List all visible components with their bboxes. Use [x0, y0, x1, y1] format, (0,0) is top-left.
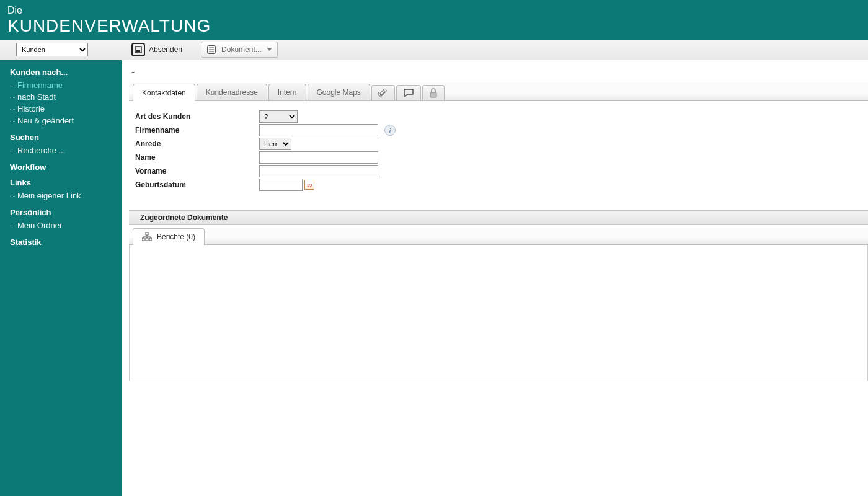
company-input[interactable]: [259, 124, 378, 136]
svg-rect-8: [142, 238, 144, 241]
sidebar-item-mein-ordner[interactable]: Mein Ordner: [10, 219, 115, 231]
send-button-label: Absenden: [149, 45, 182, 54]
label-name: Name: [135, 153, 259, 162]
documents-section-header: Zugeordnete Dokumente: [129, 210, 868, 225]
firstname-input[interactable]: [259, 165, 378, 177]
tab-comments[interactable]: [396, 85, 421, 100]
form-area: Art des Kunden ? Firmenname i Anrede Her…: [129, 101, 868, 210]
info-icon[interactable]: i: [384, 125, 396, 136]
label-firstname: Vorname: [135, 167, 259, 175]
svg-rect-9: [146, 238, 148, 241]
save-icon: [131, 43, 145, 56]
tab-google-maps[interactable]: Google Maps: [308, 84, 370, 100]
breadcrumb: -: [129, 66, 868, 82]
svg-rect-6: [430, 92, 436, 97]
speech-bubble-icon: [403, 88, 414, 98]
sidebar-item-eigener-link[interactable]: Mein eigener Link: [10, 190, 115, 202]
sidebar-group-suchen[interactable]: Suchen: [10, 133, 115, 142]
salutation-select[interactable]: Herr: [259, 138, 291, 150]
sidebar-group-links[interactable]: Links: [10, 178, 115, 187]
sidebar-item-neu-geaendert[interactable]: Neu & geändert: [10, 115, 115, 126]
sidebar-group-workflow[interactable]: Workflow: [10, 162, 115, 172]
calendar-icon[interactable]: 19: [304, 180, 314, 190]
header-subtitle: Die: [7, 5, 861, 16]
label-dob: Geburtsdatum: [135, 180, 259, 189]
tab-intern[interactable]: Intern: [268, 84, 306, 100]
svg-rect-10: [149, 238, 152, 241]
send-button[interactable]: Absenden: [131, 43, 182, 56]
sidebar-item-historie[interactable]: Historie: [10, 103, 115, 115]
tab-kundenadresse[interactable]: Kundenadresse: [197, 84, 267, 100]
svg-rect-1: [136, 50, 140, 52]
sidebar-item-recherche[interactable]: Recherche ...: [10, 144, 115, 156]
sidebar-item-firmenname[interactable]: Firmenname: [10, 79, 115, 91]
customer-type-select[interactable]: ?: [259, 110, 298, 123]
sidebar-group-kunden[interactable]: Kunden nach...: [10, 68, 115, 77]
subtab-berichte[interactable]: Berichte (0): [133, 228, 205, 245]
document-list-icon: [206, 45, 216, 55]
label-company: Firmenname: [135, 126, 259, 135]
tab-security[interactable]: [422, 85, 445, 100]
lock-icon: [429, 88, 438, 98]
sidebar-group-statistik[interactable]: Statistik: [10, 237, 115, 247]
context-select[interactable]: Kunden: [16, 43, 88, 56]
app-header: Die KUNDENVERWALTUNG: [0, 0, 868, 40]
document-dropdown-label: Dokument...: [221, 45, 262, 54]
tab-attachments[interactable]: [371, 85, 395, 100]
sidebar: Kunden nach... Firmenname nach Stadt His…: [0, 60, 122, 496]
label-salutation: Anrede: [135, 140, 259, 148]
paperclip-icon: [378, 88, 388, 98]
tab-kontaktdaten[interactable]: Kontaktdaten: [133, 84, 195, 101]
subtab-berichte-label: Berichte (0): [157, 232, 195, 241]
label-customer-type: Art des Kunden: [135, 112, 259, 121]
subtabs: Berichte (0): [129, 228, 868, 245]
org-chart-icon: [142, 232, 152, 241]
document-dropdown[interactable]: Dokument...: [201, 42, 278, 58]
documents-panel: [129, 245, 868, 381]
name-input[interactable]: [259, 151, 378, 164]
chevron-down-icon: [267, 48, 272, 51]
header-title: KUNDENVERWALTUNG: [7, 16, 861, 36]
main-area: - Kontaktdaten Kundenadresse Intern Goog…: [122, 60, 868, 496]
svg-rect-7: [146, 232, 148, 235]
toolbar: Kunden Absenden Dokument...: [0, 40, 868, 60]
sidebar-group-persoenlich[interactable]: Persönlich: [10, 208, 115, 217]
sidebar-item-nach-stadt[interactable]: nach Stadt: [10, 91, 115, 103]
tabstrip: Kontaktdaten Kundenadresse Intern Google…: [129, 82, 868, 101]
dob-input[interactable]: [259, 179, 303, 191]
